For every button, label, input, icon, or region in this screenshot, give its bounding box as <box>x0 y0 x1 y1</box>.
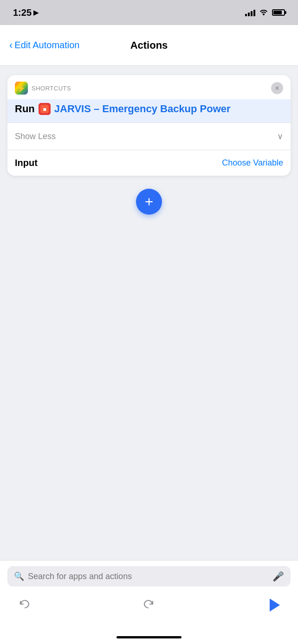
main-content: ⚡ SHORTCUTS × Run ■ JARVIS <box>0 66 298 560</box>
close-button[interactable]: × <box>271 82 283 94</box>
run-text: Run ■ JARVIS – Emergency Backup Power <box>15 103 283 115</box>
undo-button[interactable] <box>15 596 33 614</box>
run-label: Run <box>15 103 35 115</box>
page-title: Actions <box>103 39 196 51</box>
input-row: Input Choose Variable <box>7 150 291 176</box>
location-arrow-icon: ▶ <box>33 9 39 16</box>
signal-bars-icon <box>245 9 255 16</box>
home-indicator <box>0 630 298 644</box>
show-less-row[interactable]: Show Less ∨ <box>7 123 291 150</box>
shortcut-small-icon: ■ <box>39 103 51 115</box>
input-label: Input <box>15 158 38 168</box>
shortcuts-label-row: ⚡ SHORTCUTS <box>15 82 71 95</box>
wifi-icon <box>259 8 268 17</box>
status-icons <box>245 8 285 17</box>
card-header: ⚡ SHORTCUTS × <box>7 75 291 99</box>
bottom-bar: 🔍 🎤 <box>0 560 298 630</box>
back-label: Edit Automation <box>14 40 79 51</box>
play-icon <box>270 599 280 612</box>
status-time: 1:25 ▶ <box>13 7 39 18</box>
chevron-left-icon: ‹ <box>9 40 13 51</box>
close-icon: × <box>275 84 279 92</box>
chevron-down-icon: ∨ <box>277 131 283 141</box>
home-bar <box>117 636 181 638</box>
status-bar: 1:25 ▶ <box>0 0 298 25</box>
shortcuts-label: SHORTCUTS <box>32 85 71 92</box>
battery-icon <box>272 9 285 16</box>
shortcuts-app-icon: ⚡ <box>15 82 28 95</box>
microphone-icon[interactable]: 🎤 <box>272 571 284 582</box>
search-icon: 🔍 <box>14 571 24 581</box>
nav-bar: ‹ Edit Automation Actions <box>0 25 298 66</box>
action-card: ⚡ SHORTCUTS × Run ■ JARVIS <box>7 75 291 176</box>
play-button[interactable] <box>265 596 283 614</box>
show-less-label: Show Less <box>15 132 56 141</box>
back-button[interactable]: ‹ Edit Automation <box>9 40 103 51</box>
plus-icon: + <box>145 194 154 209</box>
svg-text:⚡: ⚡ <box>17 84 26 93</box>
run-row: Run ■ JARVIS – Emergency Backup Power <box>7 99 291 122</box>
choose-variable-button[interactable]: Choose Variable <box>222 158 283 168</box>
redo-button[interactable] <box>140 596 158 614</box>
search-input[interactable] <box>28 572 269 581</box>
shortcut-name: JARVIS – Emergency Backup Power <box>54 103 231 115</box>
add-action-button[interactable]: + <box>136 189 162 215</box>
svg-text:■: ■ <box>43 106 46 113</box>
add-button-container: + <box>136 189 162 215</box>
search-row[interactable]: 🔍 🎤 <box>7 566 291 587</box>
bottom-actions <box>7 594 291 616</box>
